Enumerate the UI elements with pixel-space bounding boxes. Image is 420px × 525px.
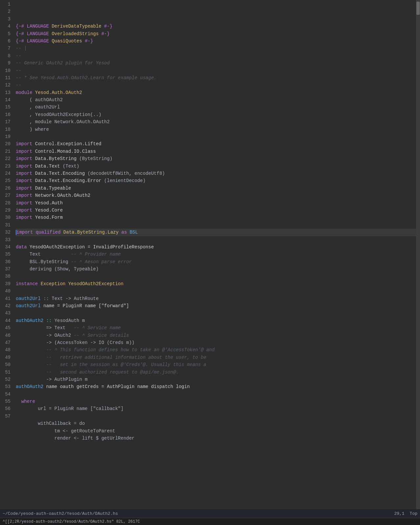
line-number-46: 46: [1, 332, 11, 339]
code-line-30: [16, 236, 416, 243]
code-line-5: --: [16, 52, 416, 59]
line-number-47: 47: [1, 339, 11, 346]
line-number-55: 55: [1, 398, 11, 405]
code-line-12: , oauth2Url: [16, 103, 416, 111]
line-number-6: 6: [1, 37, 11, 45]
code-line-23: import Data.Typeable: [16, 185, 416, 192]
bottom-info: ^[[2;2R/yesod-auth-oauth2/Yesod/Auth/OAu…: [3, 519, 140, 524]
line-number-38: 38: [1, 273, 11, 280]
line-number-35: 35: [1, 251, 11, 258]
line-number-27: 27: [1, 192, 11, 199]
line-number-14: 14: [1, 96, 11, 103]
line-number-17: 17: [1, 118, 11, 126]
code-line-36: instance Exception YesodOAuth2Exception: [16, 280, 416, 287]
line-number-49: 49: [1, 354, 11, 361]
code-line-8: -- * See Yesod.Auth.OAuth2.Learn for exa…: [16, 74, 416, 81]
status-right: 29,1 Top: [394, 511, 417, 516]
line-number-51: 51: [1, 369, 11, 376]
line-number-19: 19: [1, 133, 11, 140]
code-line-20: import Data.Text (Text): [16, 163, 416, 170]
line-number-29: 29: [1, 207, 11, 214]
code-line-13: , YesodOAuth2Exception(..): [16, 111, 416, 118]
line-number-2: 2: [1, 8, 11, 15]
line-number-52: 52: [1, 376, 11, 383]
line-number-50: 50: [1, 361, 11, 368]
code-line-50: authOAuth2 name oauth getCreds = AuthPlu…: [16, 383, 416, 390]
code-line-55: withCallback = do: [16, 420, 416, 427]
code-line-18: import Control.Monad.IO.Class: [16, 148, 416, 155]
code-line-57: render <- lift $ getUrlRender: [16, 435, 416, 442]
code-line-45: -- ^ This function defines how to take a…: [16, 346, 416, 354]
scroll-position: Top: [410, 511, 417, 516]
line-number-30: 30: [1, 214, 11, 221]
line-number-44: 44: [1, 317, 11, 324]
line-number-21: 21: [1, 148, 11, 155]
code-area: 1234567891011121314151617181920212223242…: [0, 0, 420, 509]
code-line-48: -- second authorized request to @api/me.…: [16, 369, 416, 376]
line-number-48: 48: [1, 346, 11, 354]
line-number-39: 39: [1, 280, 11, 287]
code-line-51: [16, 391, 416, 398]
line-number-25: 25: [1, 177, 11, 184]
line-number-32: 32: [1, 229, 11, 236]
scrollbar-thumb[interactable]: [416, 2, 420, 15]
code-line-25: import Yesod.Auth: [16, 199, 416, 207]
line-number-5: 5: [1, 30, 11, 37]
code-line-4: -- |: [16, 45, 416, 52]
file-path: ~/Code/yesod-auth-oauth2/Yesod/Auth/OAut…: [3, 511, 118, 516]
line-number-45: 45: [1, 324, 11, 331]
bottom-bar: ^[[2;2R/yesod-auth-oauth2/Yesod/Auth/OAu…: [0, 518, 420, 525]
line-number-15: 15: [1, 103, 11, 111]
code-line-32: Text -- ^ Provider name: [16, 251, 416, 258]
line-number-11: 11: [1, 74, 11, 81]
code-line-19: import Data.ByteString (ByteString): [16, 155, 416, 162]
line-number-53: 53: [1, 383, 11, 390]
code-line-44: -> (AccessToken -> IO (Creds m)): [16, 339, 416, 346]
code-line-27: import Yesod.Form: [16, 214, 416, 221]
code-line-52: where: [16, 398, 416, 405]
code-line-11: ( authOAuth2: [16, 96, 416, 103]
code-line-33: BSL.ByteString -- ^ Aeson parse error: [16, 258, 416, 265]
code-line-40: [16, 309, 416, 317]
code-line-14: , module Network.OAuth.OAuth2: [16, 118, 416, 126]
code-line-39: oauth2Url name = PluginR name ["forward"…: [16, 302, 416, 309]
code-line-56: tm <- getRouteToParent: [16, 427, 416, 435]
code-content[interactable]: {-# LANGUAGE DeriveDataTypeable #-}{-# L…: [13, 0, 416, 509]
code-line-28: [16, 221, 416, 229]
code-line-24: import Network.OAuth.OAuth2: [16, 192, 416, 199]
line-number-20: 20: [1, 140, 11, 148]
line-number-4: 4: [1, 23, 11, 30]
line-number-26: 26: [1, 185, 11, 192]
line-number-42: 42: [1, 302, 11, 309]
code-line-26: import Yesod.Core: [16, 207, 416, 214]
line-number-33: 33: [1, 236, 11, 243]
line-number-9: 9: [1, 59, 11, 67]
code-line-7: --: [16, 67, 416, 74]
line-number-43: 43: [1, 309, 11, 317]
line-number-23: 23: [1, 163, 11, 170]
line-number-24: 24: [1, 170, 11, 177]
line-number-1: 1: [1, 1, 11, 8]
line-numbers: 1234567891011121314151617181920212223242…: [0, 0, 13, 509]
code-line-43: -> OAuth2 -- ^ Service details: [16, 332, 416, 339]
code-line-47: -- set in the session as @'Creds'@. Usua…: [16, 361, 416, 368]
line-number-28: 28: [1, 199, 11, 207]
editor-container: 1234567891011121314151617181920212223242…: [0, 0, 420, 525]
line-number-37: 37: [1, 265, 11, 273]
code-line-42: => Text -- ^ Service name: [16, 324, 416, 331]
code-line-31: data YesodOAuth2Exception = InvalidProfi…: [16, 243, 416, 251]
line-number-8: 8: [1, 52, 11, 59]
line-number-18: 18: [1, 126, 11, 133]
code-line-21: import Data.Text.Encoding (decodeUtf8Wit…: [16, 170, 416, 177]
code-line-41: authOAuth2 :: YesodAuth m: [16, 317, 416, 324]
line-number-54: 54: [1, 391, 11, 398]
code-line-37: [16, 287, 416, 295]
code-line-6: -- Generic OAuth2 plugin for Yesod: [16, 59, 416, 67]
code-line-49: -> AuthPlugin m: [16, 376, 416, 383]
scrollbar[interactable]: [416, 0, 420, 509]
code-line-22: import Data.Text.Encoding.Error (lenient…: [16, 177, 416, 184]
code-line-34: deriving (Show, Typeable): [16, 265, 416, 273]
cursor-position: 29,1: [394, 511, 404, 516]
code-line-2: {-# LANGUAGE OverloadedStrings #-}: [16, 30, 416, 37]
line-number-31: 31: [1, 221, 11, 229]
